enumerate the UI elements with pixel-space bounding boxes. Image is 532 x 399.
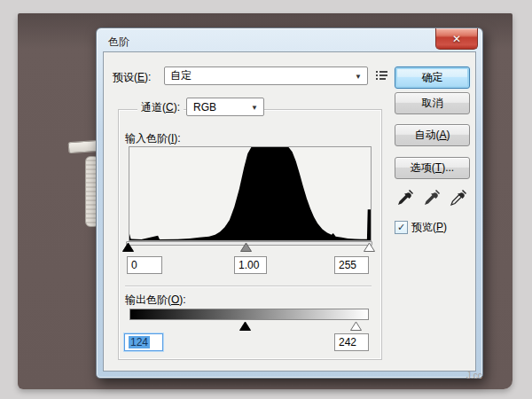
histogram xyxy=(129,146,372,241)
auto-button[interactable]: 自动(A) xyxy=(395,124,470,146)
white-point-eyedropper-icon[interactable] xyxy=(448,187,469,208)
input-black-slider[interactable] xyxy=(122,243,134,252)
preset-menu-button[interactable] xyxy=(374,69,390,83)
ok-button[interactable]: 确定 xyxy=(395,66,470,89)
options-button-label: 选项(T)... xyxy=(411,160,454,176)
eyedropper-toolbar xyxy=(395,187,473,210)
channel-value: RGB xyxy=(193,101,216,113)
dialog-content: 预设(E): 自定 ▼ 通道(C): RGB ▼ 输入色阶(I): xyxy=(103,51,476,372)
input-gamma-value: 1.00 xyxy=(239,259,259,271)
input-gamma-field[interactable]: 1.00 xyxy=(234,256,267,274)
levels-dialog: 色阶 ✕ 预设(E): 自定 ▼ 通道(C): RGB ▼ 输入色阶(I) xyxy=(96,27,483,379)
preset-menu-icon xyxy=(375,69,389,84)
input-slider-row xyxy=(126,241,372,252)
options-button[interactable]: 选项(T)... xyxy=(395,157,470,179)
output-black-value: 124 xyxy=(129,336,150,348)
input-white-value: 255 xyxy=(339,259,356,271)
input-black-field[interactable]: 0 xyxy=(127,256,162,274)
output-white-value: 242 xyxy=(339,336,356,348)
output-white-slider[interactable] xyxy=(350,322,362,331)
output-gradient-bar xyxy=(129,309,369,320)
section-divider xyxy=(125,286,372,287)
auto-button-label: 自动(A) xyxy=(414,128,450,143)
channel-label: 通道(C): xyxy=(137,100,184,115)
dialog-title: 色阶 xyxy=(108,35,129,50)
output-slider-row xyxy=(129,320,367,331)
cancel-button-label: 取消 xyxy=(422,96,443,111)
output-white-field[interactable]: 242 xyxy=(334,333,369,351)
input-white-field[interactable]: 255 xyxy=(334,256,369,274)
preview-label: 预览(P) xyxy=(411,220,447,235)
input-white-slider[interactable] xyxy=(364,243,375,252)
close-icon: ✕ xyxy=(452,33,461,45)
output-black-slider[interactable] xyxy=(239,322,251,331)
check-icon: ✓ xyxy=(397,223,405,232)
output-levels-label: 输出色阶(O): xyxy=(125,293,186,308)
watermark: J.cc xyxy=(466,371,482,380)
histogram-shape xyxy=(129,147,371,240)
ok-button-label: 确定 xyxy=(422,70,443,85)
black-point-eyedropper-icon[interactable] xyxy=(395,187,416,208)
preset-dropdown[interactable]: 自定 ▼ xyxy=(164,66,368,85)
cancel-button[interactable]: 取消 xyxy=(395,92,470,114)
preview-checkbox[interactable]: ✓ xyxy=(395,221,408,234)
input-black-value: 0 xyxy=(131,259,137,271)
preset-label: 预设(E): xyxy=(113,70,151,85)
preview-option[interactable]: ✓ 预览(P) xyxy=(395,220,447,235)
channel-dropdown[interactable]: RGB ▼ xyxy=(186,98,264,116)
preset-value: 自定 xyxy=(170,68,192,83)
close-button[interactable]: ✕ xyxy=(435,28,478,50)
input-gamma-slider[interactable] xyxy=(240,243,252,252)
chevron-down-icon: ▼ xyxy=(251,104,258,112)
chevron-down-icon: ▼ xyxy=(355,73,362,81)
dialog-titlebar[interactable]: 色阶 ✕ xyxy=(97,28,482,52)
output-black-field[interactable]: 124 xyxy=(124,333,163,351)
input-levels-label: 输入色阶(I): xyxy=(125,131,181,146)
gray-point-eyedropper-icon[interactable] xyxy=(421,187,442,208)
